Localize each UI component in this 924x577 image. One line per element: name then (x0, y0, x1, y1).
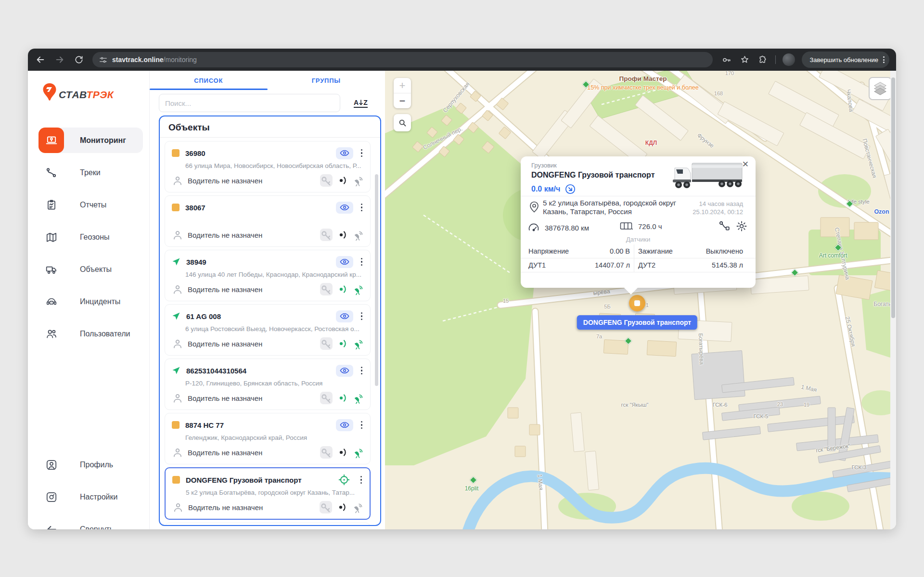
tab-groups[interactable]: ГРУППЫ (268, 71, 385, 90)
object-address: 6 улица Ростовский Выезд, Новочеркасск, … (185, 325, 364, 333)
driver-icon (172, 392, 183, 404)
ignition-key-icon (320, 501, 332, 513)
sidebar-item-monitoring[interactable]: Мониторинг (38, 128, 143, 153)
map-label: 168 (714, 90, 723, 96)
star-icon[interactable] (739, 54, 750, 65)
sidebar-item-geozones[interactable]: Геозоны (38, 224, 143, 250)
sensors-table: Напряжение0.00 В ЗажиганиеВыключено ДУТ1… (521, 244, 756, 272)
objects-panel: СПИСОК ГРУППЫ A Z Объекты 36980 (150, 71, 385, 529)
object-card[interactable]: 8874 НС 77 Геленджик, Краснодарский край… (165, 413, 371, 464)
visibility-eye-button[interactable] (336, 310, 353, 322)
back-arrow-icon[interactable] (35, 54, 46, 65)
url-text: stavtrack.online/monitoring (112, 55, 197, 64)
object-card[interactable]: 36980 66 улица Мира, Новосибирск, Новоси… (165, 141, 371, 192)
vehicle-marker[interactable] (629, 295, 645, 311)
object-menu-button[interactable] (359, 475, 364, 485)
satellite-icon (353, 338, 364, 349)
finish-update-button[interactable]: Завершить обновление (802, 51, 889, 68)
truck-image (671, 161, 744, 190)
timestamp: 25.10.2024, 00:12 (693, 208, 743, 216)
toolbar-separator (775, 55, 776, 64)
locate-crosshair-button[interactable] (335, 474, 353, 486)
map-label: КДЛ (645, 140, 657, 146)
list-scrollbar[interactable] (375, 174, 378, 386)
driver-status: Водитель не назначен (188, 394, 316, 402)
geozones-icon (38, 224, 64, 250)
moving-arrow-icon (172, 312, 180, 321)
sidebar-item-settings[interactable]: Настройки (38, 484, 143, 510)
map-label: Профи Мастер (619, 75, 667, 82)
object-menu-button[interactable] (359, 366, 365, 376)
object-menu-button[interactable] (359, 257, 365, 267)
extensions-icon[interactable] (757, 54, 769, 65)
map-label: Богатырёва (697, 333, 705, 365)
object-card[interactable]: 38067 Водитель не назначен (165, 195, 371, 247)
object-card[interactable]: 862531044310564 Р-120, Глинищево, Брянск… (165, 359, 371, 410)
zoom-in-button[interactable]: + (394, 78, 411, 93)
object-card[interactable]: DONGFENG Грузовой траснспорт 71 улица Пе… (165, 523, 371, 526)
sensors-config-icon[interactable] (718, 220, 731, 232)
zoom-out-button[interactable]: − (394, 93, 411, 108)
settings-gear-icon[interactable] (735, 220, 748, 232)
page-scrollbar-thumb[interactable] (891, 77, 895, 318)
visibility-eye-button[interactable] (336, 365, 353, 377)
objects-header: Объекты (160, 116, 380, 138)
driver-icon (172, 447, 183, 458)
engine-hours-value: 726.0 ч (638, 222, 662, 231)
sidebar-item-users[interactable]: Пользователи (38, 321, 143, 346)
map-label: ГСК-3 (852, 464, 867, 470)
status-square-icon (172, 149, 180, 157)
visibility-eye-button[interactable] (336, 147, 353, 159)
forward-arrow-icon[interactable] (54, 54, 65, 65)
object-card[interactable]: 61 AG 008 6 улица Ростовский Выезд, Ново… (165, 304, 371, 356)
sidebar-item-tracks[interactable]: Треки (38, 160, 143, 185)
map-layers-button[interactable] (869, 77, 892, 100)
vehicle-speed: 0.0 км/ч (531, 184, 576, 194)
object-address: 66 улица Мира, Новосибирск, Новосибирска… (185, 162, 364, 170)
vehicle-title: DONGFENG Грузовой транспорт (531, 171, 655, 180)
map-label: 16plit (465, 485, 479, 492)
visibility-eye-button[interactable] (336, 256, 353, 268)
object-menu-button[interactable] (359, 311, 365, 321)
sensor-row: ДУТ114407.07 л ДУТ25145.38 л (521, 258, 756, 272)
satellite-icon (352, 501, 364, 513)
sidebar-item-incidents[interactable]: Инциденты (38, 289, 143, 314)
sort-az-button[interactable]: A Z (354, 99, 368, 108)
menu-dots-icon[interactable] (883, 56, 885, 63)
object-menu-button[interactable] (359, 203, 365, 213)
map-search-button[interactable] (394, 114, 411, 131)
tab-list[interactable]: СПИСОК (150, 71, 268, 90)
page-scrollbar[interactable] (890, 71, 896, 529)
settings-icon (38, 484, 64, 510)
browser-toolbar: stavtrack.online/monitoring Завершить об… (28, 49, 896, 71)
map-canvas[interactable]: Профи Мастер15% при химчистке трех вещей… (385, 71, 896, 529)
search-input[interactable] (159, 94, 340, 112)
visibility-eye-button[interactable] (336, 202, 353, 214)
odometer-icon (527, 222, 540, 233)
key-icon[interactable] (720, 54, 732, 65)
status-square-icon (172, 204, 180, 211)
object-menu-button[interactable] (359, 148, 365, 158)
collapse-icon (38, 516, 64, 529)
url-bar[interactable]: stavtrack.online/monitoring (92, 52, 713, 67)
sidebar-item-reports[interactable]: Отчеты (38, 192, 143, 218)
map-label: гск "Якыш" (621, 402, 649, 408)
object-card[interactable]: DONGFENG Грузовой транспорт 5 к2 улица Б… (165, 467, 371, 520)
moving-arrow-icon (172, 257, 180, 266)
profile-avatar[interactable] (783, 53, 795, 66)
sidebar-item-collapse[interactable]: Свернуть (38, 516, 143, 529)
satellite-icon (353, 175, 364, 186)
reload-icon[interactable] (73, 54, 85, 65)
object-menu-button[interactable] (359, 420, 365, 430)
sensor-value: 14407.07 л (595, 261, 630, 269)
map-label: ГСК-6 (713, 402, 728, 408)
visibility-eye-button[interactable] (336, 419, 353, 431)
tune-icon[interactable] (99, 56, 107, 64)
moving-arrow-icon (172, 366, 180, 375)
object-card[interactable]: 38949 146 улица 40 лет Победы, Краснодар… (165, 250, 371, 301)
finish-update-label: Завершить обновление (809, 56, 878, 64)
map-label: Art comfort (819, 252, 847, 259)
sidebar-item-profile[interactable]: Профиль (38, 452, 143, 477)
object-address: 5 к2 улица Богатырёва, городской округ К… (186, 489, 364, 497)
sidebar-item-objects[interactable]: Объекты (38, 256, 143, 282)
